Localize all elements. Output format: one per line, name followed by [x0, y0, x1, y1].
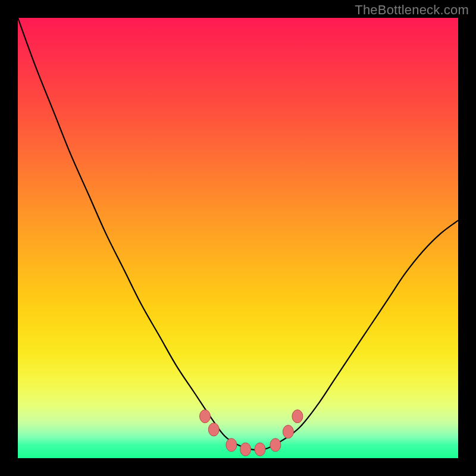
data-marker: [292, 410, 303, 423]
data-marker: [226, 439, 237, 452]
plot-area: [18, 18, 458, 458]
data-marker: [208, 423, 219, 436]
marker-layer: [18, 18, 458, 458]
watermark-text: TheBottleneck.com: [355, 2, 469, 18]
chart-frame: TheBottleneck.com: [0, 0, 476, 476]
data-marker: [283, 425, 293, 439]
data-marker: [200, 410, 211, 423]
data-marker: [255, 443, 265, 456]
data-marker: [240, 443, 251, 456]
markers: [200, 410, 303, 456]
data-marker: [270, 439, 281, 452]
